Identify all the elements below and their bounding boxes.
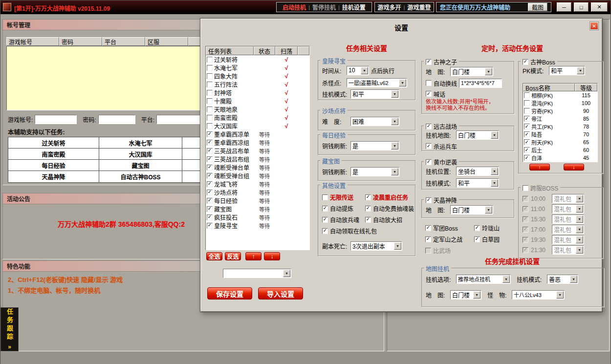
activity-checkbox[interactable] xyxy=(425,225,431,231)
boss-move-down-button[interactable]: ↓ xyxy=(564,164,584,171)
chevron-down-icon[interactable]: ▼ xyxy=(399,79,406,86)
chevron-down-icon[interactable]: ▼ xyxy=(576,205,583,213)
time-checkbox[interactable] xyxy=(523,237,528,243)
task-row[interactable]: 三英战吕布单等待 xyxy=(206,147,309,155)
task-checkbox[interactable] xyxy=(207,57,213,63)
line-numbers-input[interactable] xyxy=(459,79,502,88)
time-checkbox[interactable] xyxy=(523,196,528,202)
time-checkbox[interactable] xyxy=(523,247,528,253)
option-checkbox-item[interactable]: 自动领取在线礼包 xyxy=(322,227,414,235)
monster-select[interactable]: 十八公Lv43▼ xyxy=(512,290,565,300)
chevron-down-icon[interactable]: ▼ xyxy=(576,215,583,223)
chevron-down-icon[interactable]: ▼ xyxy=(576,195,583,202)
task-row[interactable]: 魂断受禅台组等待 xyxy=(206,171,309,180)
chevron-down-icon[interactable]: ▼ xyxy=(491,131,498,139)
save-settings-button[interactable]: 保存设置 xyxy=(207,287,252,300)
chevron-down-icon[interactable]: ▼ xyxy=(361,67,368,74)
boss-move-up-button[interactable]: ↑ xyxy=(529,164,550,171)
account-input[interactable] xyxy=(35,115,77,124)
task-checkbox[interactable] xyxy=(207,190,213,195)
column-header[interactable]: 状态 xyxy=(254,46,275,55)
task-checkbox[interactable] xyxy=(207,214,213,220)
option-checkbox-item[interactable]: 自动放兵魂 xyxy=(322,215,365,224)
activity-checkbox-item[interactable]: 玲珑山 xyxy=(474,224,514,232)
option-checkbox-item[interactable]: 无限传送 xyxy=(322,193,365,201)
chevron-down-icon[interactable]: ▼ xyxy=(391,118,398,125)
task-checkbox[interactable] xyxy=(207,107,213,112)
task-row[interactable]: 皇陵寻宝等待 xyxy=(206,221,309,230)
move-up-button[interactable]: ↑ xyxy=(245,252,262,260)
yuangu-checkbox[interactable] xyxy=(426,124,432,129)
tianjing-checkbox[interactable] xyxy=(426,197,432,203)
gift-select[interactable]: 混礼包▼ xyxy=(552,194,584,203)
shout-checkbox[interactable] xyxy=(426,91,432,97)
time-checkbox[interactable] xyxy=(523,216,528,222)
option-checkbox[interactable] xyxy=(322,194,328,200)
hangup-mode-select[interactable]: 和平▼ xyxy=(456,178,499,188)
coin-refresh-select[interactable]: 是▼ xyxy=(350,141,399,150)
column-header[interactable]: 等级 xyxy=(575,84,597,91)
task-checkbox[interactable] xyxy=(207,148,213,154)
option-checkbox[interactable] xyxy=(322,206,328,212)
boss-row[interactable]: 白泽45 xyxy=(523,154,597,162)
chevron-down-icon[interactable]: ▼ xyxy=(485,68,492,75)
coin-refresh-select[interactable]: 是▼ xyxy=(350,167,399,176)
task-checkbox[interactable] xyxy=(207,198,213,204)
task-checkbox[interactable] xyxy=(207,140,213,146)
relogin-button[interactable]: 游戏重登 xyxy=(407,3,431,11)
task-row[interactable]: 疯狂投石等待 xyxy=(206,213,309,221)
chevron-down-icon[interactable]: ▼ xyxy=(485,206,492,214)
chevron-down-icon[interactable]: ▼ xyxy=(473,291,480,299)
option-checkbox[interactable] xyxy=(322,217,328,223)
activity-checkbox-item[interactable]: 比武场 xyxy=(425,246,474,255)
activity-checkbox[interactable] xyxy=(425,248,431,254)
task-row[interactable]: 藏宝图等待 xyxy=(206,205,309,213)
boss-checkbox[interactable] xyxy=(524,155,530,161)
chevron-down-icon[interactable]: ▼ xyxy=(502,276,510,283)
boss-row[interactable]: 混沌(PK)100 xyxy=(523,99,597,107)
chevron-down-icon[interactable]: ▼ xyxy=(491,168,498,175)
kill-point-select[interactable]: 一层|盗墓贼Lv62▼ xyxy=(347,78,407,87)
activity-checkbox-item[interactable]: 定军山之战 xyxy=(425,235,474,243)
chevron-down-icon[interactable]: ▼ xyxy=(491,179,498,187)
option-checkbox[interactable] xyxy=(365,194,371,200)
task-checkbox[interactable] xyxy=(207,98,213,104)
task-checkbox[interactable] xyxy=(207,156,213,162)
multi-open-button[interactable]: 游戏多开 xyxy=(378,3,401,11)
chevron-down-icon[interactable]: ▼ xyxy=(283,270,290,277)
activity-checkbox[interactable] xyxy=(474,225,480,231)
gift-select[interactable]: 混礼包▼ xyxy=(552,235,584,244)
death-action-select[interactable]: 3次退出副本▼ xyxy=(350,241,402,251)
start-hangup-button[interactable]: 启动挂机 xyxy=(283,3,306,11)
boss-row[interactable]: 帝江85 xyxy=(523,115,597,123)
boss-checkbox[interactable] xyxy=(524,92,530,98)
activity-checkbox-item[interactable]: 白草园 xyxy=(474,235,514,243)
task-checkbox[interactable] xyxy=(207,206,213,212)
boss-row[interactable]: 刑天(PK)65 xyxy=(523,138,597,146)
boss-checkbox[interactable] xyxy=(524,147,530,153)
chevron-down-icon[interactable]: ▼ xyxy=(391,168,398,175)
option-checkbox-item[interactable]: 自动放大招 xyxy=(365,215,414,224)
chevron-down-icon[interactable]: ▼ xyxy=(394,242,401,250)
task-row[interactable]: 每日经验等待 xyxy=(206,196,309,205)
column-header[interactable]: 游戏帐号 xyxy=(6,37,59,46)
task-row[interactable]: 董卓霸西凉单等待 xyxy=(206,130,309,138)
task-checkbox[interactable] xyxy=(207,131,213,137)
hangup-settings-button[interactable]: 挂机设置 xyxy=(342,3,366,11)
map-select[interactable]: 白门楼▼ xyxy=(450,67,493,76)
gushen-boss-checkbox[interactable] xyxy=(523,59,528,65)
hangup-mode-select[interactable]: 善恶▼ xyxy=(547,275,578,284)
chevron-down-icon[interactable]: ▼ xyxy=(576,236,583,243)
move-down-button[interactable]: ↓ xyxy=(264,252,280,260)
minimize-button[interactable]: ─ xyxy=(557,2,571,12)
task-checkbox[interactable] xyxy=(207,65,213,71)
gift-select[interactable]: 混礼包▼ xyxy=(552,245,584,255)
task-row[interactable]: 过关斩将√ xyxy=(206,55,309,64)
gift-select[interactable]: 混礼包▼ xyxy=(552,225,584,234)
task-checkbox[interactable] xyxy=(207,73,213,79)
task-row[interactable]: 沙场点将等待 xyxy=(206,188,309,196)
boss-checkbox[interactable] xyxy=(524,139,530,145)
maximize-button[interactable]: □ xyxy=(574,2,589,12)
task-preset-select[interactable]: ▼ xyxy=(223,269,291,278)
huangjin-checkbox[interactable] xyxy=(426,159,432,165)
